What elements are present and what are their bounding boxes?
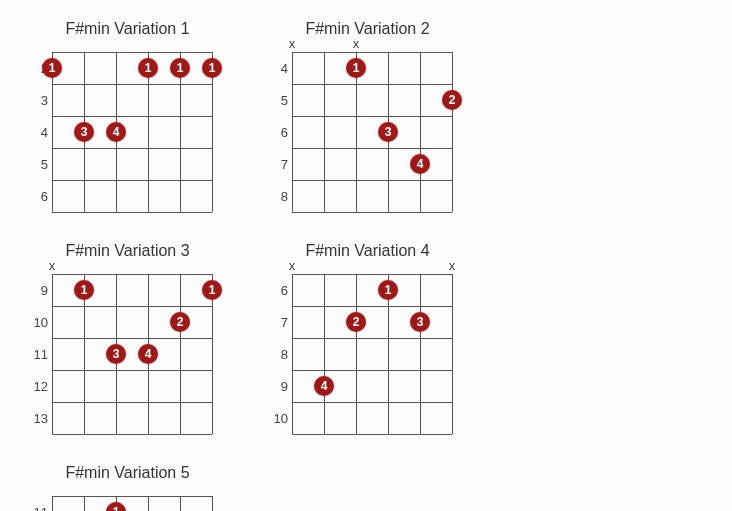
- fret-line: [292, 212, 452, 213]
- fret-line: [52, 370, 212, 371]
- fret-line: [292, 148, 452, 149]
- fret-line: [52, 402, 212, 403]
- fret-number-label: 4: [30, 125, 48, 140]
- finger-dot: 2: [170, 312, 190, 332]
- fret-line: [292, 180, 452, 181]
- finger-dot: 2: [442, 90, 462, 110]
- mute-marker: x: [449, 258, 456, 273]
- chord-diagram-5: F#min Variation 5111213141512333: [30, 464, 225, 511]
- chord-diagram-2: F#min Variation 245678xx1234: [270, 20, 465, 212]
- finger-dot: 4: [314, 376, 334, 396]
- chord-diagram-1: F#min Variation 123456111134: [30, 20, 225, 212]
- fretboard: 910111213x11234: [52, 274, 225, 434]
- finger-dot: 4: [106, 122, 126, 142]
- fret-line: [292, 434, 452, 435]
- finger-dot: 1: [42, 58, 62, 78]
- string-line: [292, 274, 293, 434]
- fretboard: 23456111134: [52, 52, 225, 212]
- finger-dot: 2: [346, 312, 366, 332]
- fret-number-label: 6: [270, 125, 288, 140]
- chord-title: F#min Variation 3: [30, 242, 225, 260]
- fret-number-label: 8: [270, 189, 288, 204]
- finger-dot: 1: [202, 58, 222, 78]
- fret-number-label: 13: [30, 411, 48, 426]
- string-line: [148, 496, 149, 511]
- string-line: [356, 274, 357, 434]
- mute-marker: x: [289, 36, 296, 51]
- fret-number-label: 5: [270, 93, 288, 108]
- mute-marker: x: [289, 258, 296, 273]
- string-line: [452, 52, 453, 212]
- fret-number-label: 6: [30, 189, 48, 204]
- finger-dot: 1: [74, 280, 94, 300]
- string-line: [420, 52, 421, 212]
- fret-number-label: 11: [30, 347, 48, 362]
- fret-line: [292, 52, 452, 53]
- fret-line: [292, 84, 452, 85]
- finger-dot: 4: [138, 344, 158, 364]
- mute-marker: x: [49, 258, 56, 273]
- string-line: [452, 274, 453, 434]
- fret-line: [52, 434, 212, 435]
- finger-dot: 3: [410, 312, 430, 332]
- finger-dot: 4: [410, 154, 430, 174]
- finger-dot: 1: [138, 58, 158, 78]
- fret-line: [52, 84, 212, 85]
- finger-dot: 1: [106, 502, 126, 511]
- fret-number-label: 6: [270, 283, 288, 298]
- fret-number-label: 5: [30, 157, 48, 172]
- fretboard: 45678xx1234: [292, 52, 465, 212]
- fret-line: [52, 212, 212, 213]
- fret-line: [292, 370, 452, 371]
- fret-number-label: 8: [270, 347, 288, 362]
- fretboard: 678910xx1234: [292, 274, 465, 434]
- fret-number-label: 7: [270, 315, 288, 330]
- fret-number-label: 11: [30, 505, 48, 512]
- finger-dot: 3: [74, 122, 94, 142]
- fret-line: [52, 148, 212, 149]
- fretboard: 111213141512333: [52, 496, 225, 511]
- string-line: [212, 496, 213, 511]
- finger-dot: 1: [202, 280, 222, 300]
- fret-number-label: 7: [270, 157, 288, 172]
- fret-number-label: 4: [270, 61, 288, 76]
- fret-number-label: 10: [30, 315, 48, 330]
- fret-line: [52, 180, 212, 181]
- chord-title: F#min Variation 2: [270, 20, 465, 38]
- finger-dot: 1: [378, 280, 398, 300]
- chord-title: F#min Variation 4: [270, 242, 465, 260]
- string-line: [324, 274, 325, 434]
- finger-dot: 1: [346, 58, 366, 78]
- fret-line: [52, 274, 212, 275]
- finger-dot: 1: [170, 58, 190, 78]
- string-line: [292, 52, 293, 212]
- string-line: [324, 52, 325, 212]
- string-line: [180, 496, 181, 511]
- fret-line: [52, 496, 212, 497]
- fret-line: [292, 306, 452, 307]
- finger-dot: 3: [106, 344, 126, 364]
- fret-line: [52, 338, 212, 339]
- fret-number-label: 10: [270, 411, 288, 426]
- chord-diagram-3: F#min Variation 3910111213x11234: [30, 242, 225, 434]
- chord-title: F#min Variation 5: [30, 464, 225, 482]
- fret-line: [52, 306, 212, 307]
- string-line: [84, 496, 85, 511]
- string-line: [52, 274, 53, 434]
- fret-number-label: 3: [30, 93, 48, 108]
- fret-number-label: 9: [270, 379, 288, 394]
- fret-line: [52, 52, 212, 53]
- chord-diagram-4: F#min Variation 4678910xx1234: [270, 242, 465, 434]
- fret-line: [292, 274, 452, 275]
- fret-number-label: 12: [30, 379, 48, 394]
- string-line: [420, 274, 421, 434]
- mute-marker: x: [353, 36, 360, 51]
- chord-grid: F#min Variation 123456111134F#min Variat…: [30, 20, 702, 511]
- string-line: [180, 274, 181, 434]
- fret-line: [292, 116, 452, 117]
- finger-dot: 3: [378, 122, 398, 142]
- fret-number-label: 9: [30, 283, 48, 298]
- string-line: [52, 496, 53, 511]
- fret-line: [292, 402, 452, 403]
- chord-title: F#min Variation 1: [30, 20, 225, 38]
